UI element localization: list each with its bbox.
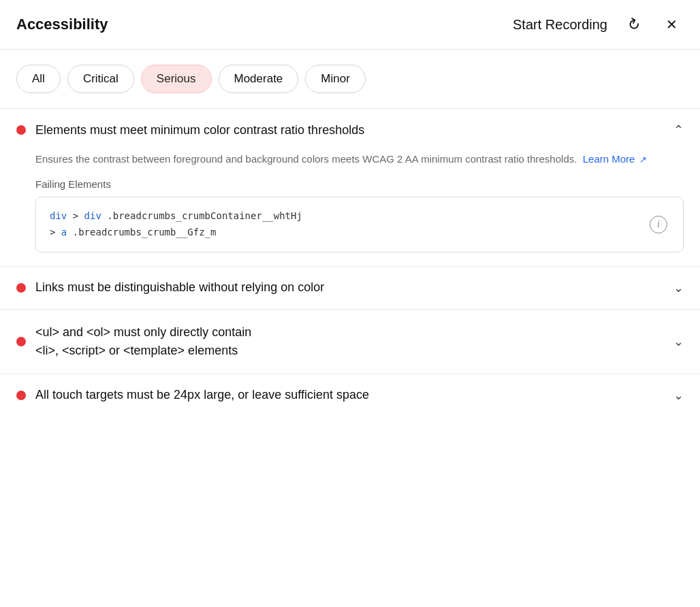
issue-touch-targets: All touch targets must be 24px large, or… — [0, 374, 700, 416]
issue-header-touch-targets[interactable]: All touch targets must be 24px large, or… — [0, 374, 700, 416]
filter-tab-moderate[interactable]: Moderate — [219, 65, 299, 93]
issue-ul-ol: <ul> and <ol> must only directly contain… — [0, 309, 700, 374]
chevron-down-icon: ⌄ — [673, 334, 684, 349]
chevron-down-icon: ⌄ — [673, 388, 684, 403]
severity-indicator — [16, 391, 26, 400]
filter-tab-critical[interactable]: Critical — [67, 65, 134, 93]
filter-tab-all[interactable]: All — [16, 65, 61, 93]
filter-bar: All Critical Serious Moderate Minor — [0, 50, 700, 108]
issue-title: <ul> and <ol> must only directly contain… — [35, 323, 251, 360]
issue-header-links-color[interactable]: Links must be distinguishable without re… — [0, 267, 700, 309]
issue-title: Elements must meet minimum color contras… — [35, 123, 364, 137]
severity-indicator — [16, 125, 26, 135]
external-link-icon: ↗ — [639, 154, 647, 165]
start-recording-button[interactable]: Start Recording — [513, 17, 607, 33]
close-button[interactable]: ✕ — [659, 12, 684, 37]
failing-elements-label: Failing Elements — [35, 178, 684, 190]
issue-title: Links must be distinguishable without re… — [35, 280, 324, 295]
issue-title: All touch targets must be 24px large, or… — [35, 388, 369, 402]
chevron-up-icon: ⌃ — [673, 122, 684, 137]
issue-description: Ensures the contrast between foreground … — [35, 151, 684, 167]
code-line-2: > a .breadcrumbs_crumb__Gfz_m — [50, 225, 302, 241]
code-content: div > div .breadcrumbs_crumbContainer__w… — [50, 208, 302, 241]
issue-header-color-contrast[interactable]: Elements must meet minimum color contras… — [0, 109, 700, 151]
reload-icon: ↻ — [624, 14, 643, 35]
info-button[interactable]: i — [648, 214, 669, 235]
issue-header-ul-ol[interactable]: <ul> and <ol> must only directly contain… — [0, 310, 700, 374]
issue-links-color: Links must be distinguishable without re… — [0, 266, 700, 309]
learn-more-link[interactable]: Learn More ↗ — [580, 153, 647, 165]
chevron-down-icon: ⌄ — [673, 280, 684, 295]
issue-content-color-contrast: Ensures the contrast between foreground … — [0, 151, 700, 266]
info-icon: i — [650, 216, 667, 233]
issue-color-contrast: Elements must meet minimum color contras… — [0, 108, 700, 266]
code-block: div > div .breadcrumbs_crumbContainer__w… — [35, 197, 684, 252]
reload-button[interactable]: ↻ — [621, 12, 646, 37]
filter-tab-minor[interactable]: Minor — [305, 65, 366, 93]
issues-list: Elements must meet minimum color contras… — [0, 108, 700, 416]
severity-indicator — [16, 283, 26, 293]
header: Accessibility Start Recording ↻ ✕ — [0, 0, 700, 50]
code-line-1: div > div .breadcrumbs_crumbContainer__w… — [50, 208, 302, 225]
filter-tab-serious[interactable]: Serious — [141, 65, 212, 93]
close-icon: ✕ — [666, 16, 678, 33]
page-title: Accessibility — [16, 16, 108, 33]
severity-indicator — [16, 337, 26, 346]
header-actions: Start Recording ↻ ✕ — [513, 12, 684, 37]
